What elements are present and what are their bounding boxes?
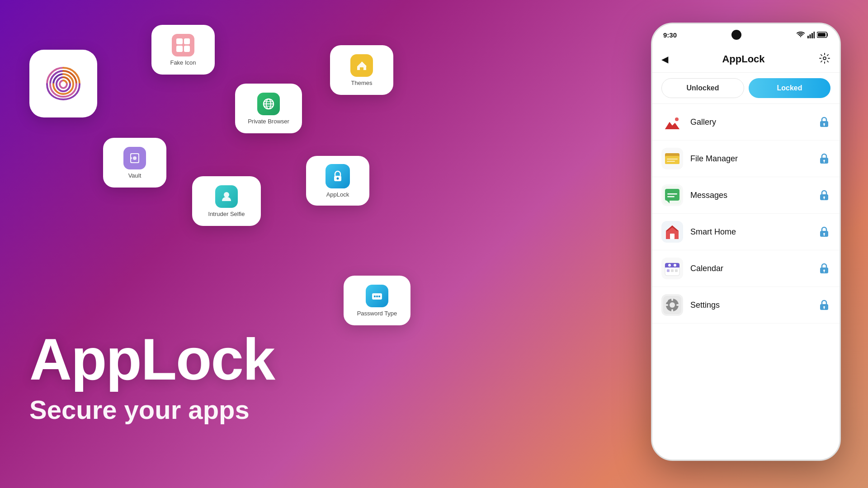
app-item-messages[interactable]: Messages: [652, 177, 840, 214]
app-header: ◀ AppLock: [652, 46, 840, 73]
status-time: 9:30: [663, 31, 677, 39]
svg-rect-41: [667, 193, 677, 195]
svg-rect-61: [675, 269, 678, 272]
messages-lock-icon: [818, 189, 830, 202]
calendar-icon: [661, 258, 683, 279]
svg-point-12: [337, 177, 339, 179]
private-browser-card: Private Browser: [235, 84, 302, 133]
password-type-label: Password Type: [357, 310, 397, 317]
themes-card: Themes: [330, 45, 393, 95]
tab-locked[interactable]: Locked: [749, 78, 830, 98]
svg-rect-22: [818, 33, 826, 37]
app-item-filemanager[interactable]: File Manager: [652, 141, 840, 177]
svg-rect-40: [665, 189, 679, 201]
svg-point-26: [675, 117, 679, 121]
header-title: AppLock: [722, 53, 764, 65]
tab-bar: Unlocked Locked: [652, 73, 840, 104]
phone-screen: 9:30: [652, 24, 840, 460]
svg-point-44: [823, 197, 825, 198]
svg-rect-35: [667, 161, 675, 162]
filemanager-icon: [661, 148, 683, 169]
left-panel: Fake Icon Themes Private Browser: [0, 0, 416, 488]
svg-point-37: [823, 160, 825, 162]
intruder-selfie-icon: [215, 185, 238, 208]
svg-rect-17: [807, 36, 809, 38]
calendar-name: Calendar: [690, 264, 818, 273]
themes-label: Themes: [351, 80, 373, 86]
front-camera: [731, 30, 741, 40]
settings-icon: [661, 294, 683, 316]
filemanager-name: File Manager: [690, 154, 818, 164]
gallery-name: Gallery: [690, 117, 818, 127]
applock-icon: [326, 164, 350, 188]
app-item-smarthome[interactable]: Smart Home: [652, 214, 840, 250]
svg-rect-52: [824, 235, 825, 236]
smarthome-name: Smart Home: [690, 227, 818, 237]
svg-rect-34: [667, 159, 678, 160]
fake-icon-label: Fake Icon: [170, 59, 196, 66]
svg-rect-71: [676, 304, 679, 306]
svg-point-14: [374, 296, 376, 297]
app-list: Gallery: [652, 104, 840, 460]
svg-rect-60: [671, 269, 674, 272]
fingerprint-logo: [29, 50, 97, 117]
app-item-gallery[interactable]: Gallery: [652, 104, 840, 141]
svg-rect-68: [671, 298, 673, 301]
settings-lock-icon: [818, 299, 830, 311]
app-item-settings[interactable]: Settings: [652, 287, 840, 324]
app-title: AppLock: [29, 330, 274, 389]
svg-rect-19: [811, 33, 813, 38]
fake-icon-graphic: [172, 34, 194, 56]
gallery-icon: [661, 111, 683, 133]
svg-point-23: [823, 57, 826, 60]
svg-rect-70: [665, 304, 668, 306]
vault-label: Vault: [128, 172, 142, 179]
private-browser-label: Private Browser: [248, 118, 289, 125]
private-browser-icon: [257, 93, 280, 115]
applock-card: AppLock: [306, 156, 369, 206]
settings-button[interactable]: [819, 52, 830, 66]
messages-name: Messages: [690, 191, 818, 200]
svg-rect-9: [131, 157, 132, 159]
wifi-icon: [796, 32, 805, 38]
smarthome-icon: [661, 221, 683, 243]
svg-point-63: [823, 270, 825, 272]
svg-point-8: [133, 156, 137, 160]
intruder-selfie-card: Intruder Selfie: [192, 176, 261, 226]
svg-rect-56: [665, 266, 679, 267]
svg-rect-38: [824, 161, 825, 163]
status-icons: [796, 31, 829, 38]
themes-icon: [350, 54, 373, 77]
svg-point-51: [823, 233, 825, 235]
svg-point-15: [376, 296, 378, 297]
svg-rect-33: [665, 156, 679, 164]
svg-rect-0: [360, 67, 363, 70]
svg-point-57: [668, 264, 671, 267]
svg-rect-75: [824, 308, 825, 309]
settings-name: Settings: [690, 300, 818, 310]
back-button[interactable]: ◀: [661, 54, 668, 65]
svg-point-29: [823, 123, 825, 125]
phone-mockup: 9:30: [651, 23, 841, 461]
smarthome-lock-icon: [818, 225, 830, 238]
password-type-icon: [366, 285, 388, 307]
svg-rect-45: [824, 198, 825, 199]
password-type-card: Password Type: [344, 276, 410, 325]
intruder-selfie-label: Intruder Selfie: [208, 211, 245, 217]
app-item-calendar[interactable]: Calendar: [652, 250, 840, 287]
svg-point-74: [823, 306, 825, 308]
calendar-lock-icon: [818, 262, 830, 275]
svg-rect-48: [670, 234, 675, 239]
phone-frame: 9:30: [651, 23, 841, 461]
svg-rect-18: [810, 34, 811, 38]
tab-unlocked[interactable]: Unlocked: [661, 78, 744, 98]
svg-rect-20: [814, 32, 815, 38]
signal-icon: [807, 31, 815, 38]
svg-point-58: [674, 264, 676, 267]
svg-rect-69: [671, 309, 673, 312]
messages-icon: [661, 184, 683, 206]
svg-rect-42: [667, 196, 675, 197]
svg-rect-59: [667, 269, 670, 272]
applock-floating-label: AppLock: [326, 191, 349, 198]
fake-icon-card: Fake Icon: [151, 25, 215, 75]
